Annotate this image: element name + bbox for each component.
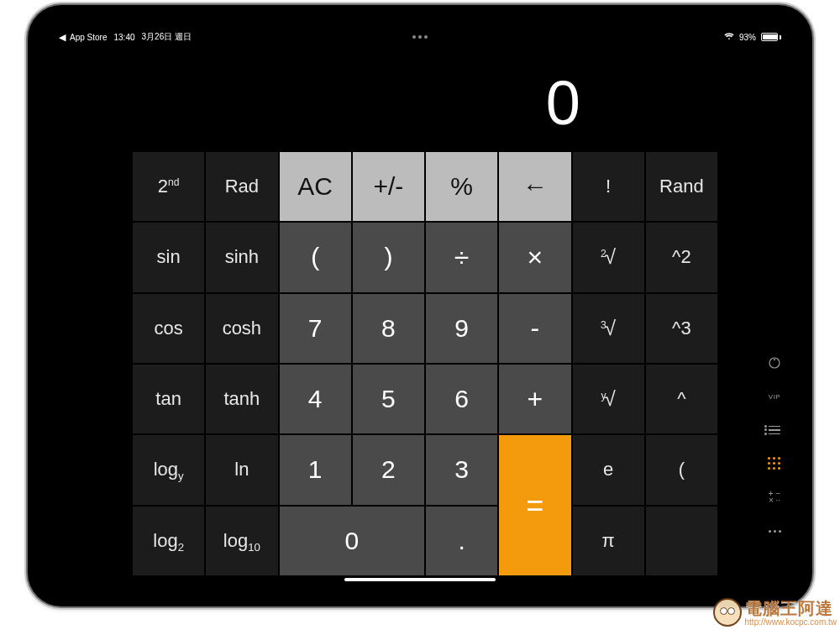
vip-button[interactable]: VIP <box>765 387 784 406</box>
keypad: 2nd Rad AC +/- % ← ! Rand sin sinh ( ) ÷… <box>133 152 717 575</box>
key-yroot[interactable]: y√ <box>573 365 644 433</box>
key-8[interactable]: 8 <box>353 294 424 363</box>
key-2nd[interactable]: 2nd <box>133 152 204 221</box>
key-lparen[interactable]: ( <box>280 223 351 291</box>
key-0[interactable]: 0 <box>280 507 425 575</box>
key-plus[interactable]: + <box>499 365 570 433</box>
key-cbrt[interactable]: 3√ <box>573 294 644 363</box>
status-date: 3月26日 週日 <box>142 31 192 43</box>
key-ln[interactable]: ln <box>206 435 277 504</box>
back-caret-icon[interactable]: ◀ <box>59 32 66 43</box>
key-backspace[interactable]: ← <box>499 152 570 221</box>
key-dot[interactable]: . <box>426 507 497 575</box>
key-2[interactable]: 2 <box>353 435 424 504</box>
key-factorial[interactable]: ! <box>573 152 644 221</box>
key-powy[interactable]: ^ <box>646 365 717 433</box>
wifi-icon <box>724 33 734 42</box>
key-ac[interactable]: AC <box>280 152 351 221</box>
key-7[interactable]: 7 <box>280 294 351 363</box>
key-pow2[interactable]: ^2 <box>646 223 717 291</box>
key-pi[interactable]: π <box>573 507 644 575</box>
key-sin[interactable]: sin <box>133 223 204 291</box>
key-blank <box>646 507 717 575</box>
key-equals[interactable]: = <box>499 435 570 575</box>
key-minus[interactable]: - <box>499 294 570 363</box>
more-icon[interactable] <box>765 522 784 540</box>
home-indicator[interactable] <box>344 578 496 581</box>
key-cosh[interactable]: cosh <box>206 294 277 363</box>
battery-percent: 93% <box>739 33 756 42</box>
key-5[interactable]: 5 <box>353 365 424 433</box>
mode-sidebar: VIP + −× ∙∙ <box>763 354 786 540</box>
back-app-label[interactable]: App Store <box>70 33 107 42</box>
key-e[interactable]: e <box>573 435 644 504</box>
key-3[interactable]: 3 <box>426 435 497 504</box>
key-logy[interactable]: logy <box>133 435 204 504</box>
key-multiply[interactable]: × <box>499 223 570 291</box>
status-bar: ◀ App Store 13:40 3月26日 週日 93% <box>49 29 791 45</box>
ipad-frame: ◀ App Store 13:40 3月26日 週日 93% <box>28 5 812 606</box>
key-4[interactable]: 4 <box>280 365 351 433</box>
key-divide[interactable]: ÷ <box>426 223 497 291</box>
key-percent[interactable]: % <box>426 152 497 221</box>
status-time: 13:40 <box>113 33 134 42</box>
key-lparen-alt[interactable]: ( <box>646 435 717 504</box>
key-pow3[interactable]: ^3 <box>646 294 717 363</box>
key-rparen[interactable]: ) <box>353 223 424 291</box>
key-tanh[interactable]: tanh <box>206 365 277 433</box>
key-6[interactable]: 6 <box>426 365 497 433</box>
theme-icon[interactable] <box>765 354 784 372</box>
key-9[interactable]: 9 <box>426 294 497 363</box>
multitask-dots-icon[interactable] <box>412 35 428 39</box>
key-tan[interactable]: tan <box>133 365 204 433</box>
display-value: 0 <box>133 72 581 144</box>
key-log2[interactable]: log2 <box>133 507 204 575</box>
key-1[interactable]: 1 <box>280 435 351 504</box>
key-rand[interactable]: Rand <box>646 152 717 221</box>
key-log10[interactable]: log10 <box>206 507 277 575</box>
scientific-mode-icon[interactable] <box>765 454 784 473</box>
history-icon[interactable] <box>765 421 784 439</box>
screen: ◀ App Store 13:40 3月26日 週日 93% <box>49 26 791 585</box>
basic-mode-icon[interactable]: + −× ∙∙ <box>765 488 784 507</box>
watermark-url: http://www.kocpc.com.tw <box>745 618 837 627</box>
key-sqrt[interactable]: 2√ <box>573 223 644 291</box>
key-cos[interactable]: cos <box>133 294 204 363</box>
battery-icon <box>761 33 781 41</box>
key-plus-minus[interactable]: +/- <box>353 152 424 221</box>
key-rad[interactable]: Rad <box>206 152 277 221</box>
key-sinh[interactable]: sinh <box>206 223 277 291</box>
